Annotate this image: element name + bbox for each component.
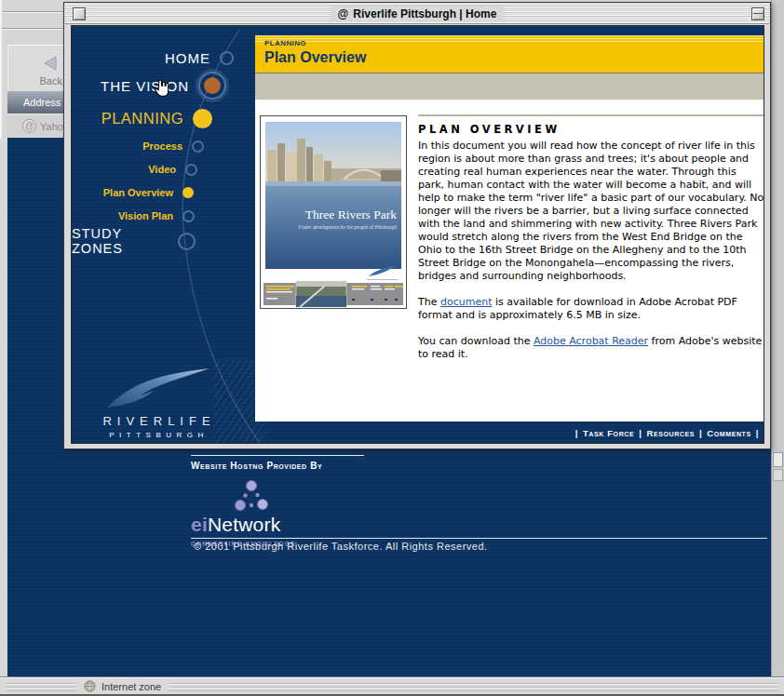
nav-circle-icon bbox=[220, 51, 234, 65]
nav-label: HOME bbox=[165, 50, 210, 66]
acrobat-reader-link[interactable]: Adobe Acrobat Reader bbox=[534, 335, 648, 347]
three-rivers-park-poster-image[interactable]: Three Rivers Park Under development by t… bbox=[260, 115, 407, 309]
window-title-bar[interactable]: @ Riverlife Pittsburgh | Home bbox=[65, 4, 769, 24]
document-link[interactable]: document bbox=[440, 296, 493, 308]
article-heading: PLAN OVERVIEW bbox=[418, 123, 764, 136]
sidebar-item-process[interactable]: Process bbox=[72, 140, 204, 153]
sidebar-item-study-zones[interactable]: STUDY ZONES bbox=[72, 232, 196, 250]
nav-label: PLANNING bbox=[101, 110, 183, 127]
nav-circle-icon bbox=[178, 233, 196, 250]
header-sub-band bbox=[255, 74, 764, 100]
sidebar-item-vision-plan[interactable]: Vision Plan bbox=[72, 209, 195, 222]
nav-circle-icon bbox=[192, 141, 204, 153]
collapse-box[interactable] bbox=[751, 7, 764, 20]
riverlife-wordmark: RIVERLIFE bbox=[79, 414, 234, 428]
main-panel: PLANNING Plan Overview bbox=[255, 35, 764, 422]
poster-title: Three Rivers Park bbox=[305, 207, 397, 221]
reader-paragraph: You can download the Adobe Acrobat Reade… bbox=[418, 335, 764, 361]
footer-links: |Task Force|Resources|Comments| bbox=[255, 428, 764, 438]
scrollbar-segment[interactable] bbox=[773, 469, 783, 481]
nav-label: STUDY ZONES bbox=[72, 226, 169, 256]
toolbar-divider bbox=[2, 11, 64, 12]
nav-label: Video bbox=[148, 164, 176, 175]
content-area: Three Rivers Park Under development by t… bbox=[255, 100, 764, 422]
article: PLAN OVERVIEW In this document you will … bbox=[418, 114, 764, 374]
nav-label: THE VISION bbox=[101, 78, 189, 94]
page-icon: @ bbox=[338, 7, 349, 20]
back-button[interactable]: Back bbox=[7, 45, 66, 91]
nav-circle-icon bbox=[193, 109, 212, 128]
page-header-band: PLANNING Plan Overview bbox=[255, 35, 764, 74]
status-zone-label: Internet zone bbox=[101, 681, 161, 692]
scrollbar-thumb[interactable] bbox=[773, 452, 783, 467]
back-button-label: Back bbox=[8, 75, 62, 87]
back-arrow-icon bbox=[42, 55, 59, 75]
screen: Back Address : @ Yahoo Website Hostng Pr… bbox=[0, 0, 784, 696]
divider bbox=[191, 538, 767, 539]
nav-circle-icon bbox=[182, 187, 194, 198]
orange-dot bbox=[204, 77, 221, 94]
nav-circle-icon bbox=[182, 210, 195, 222]
riverlife-window: @ Riverlife Pittsburgh | Home HOME THE V… bbox=[63, 2, 771, 449]
background-browser-toolbar: Back Address : @ Yahoo bbox=[0, 0, 64, 139]
window-title: @ Riverlife Pittsburgh | Home bbox=[330, 6, 506, 22]
poster-subtitle: Under development by the people of Pitts… bbox=[298, 224, 397, 230]
nav-circle-icon bbox=[198, 72, 226, 100]
task-force-link[interactable]: Task Force bbox=[583, 428, 634, 438]
page-content: HOME THE VISION PLANNING Process Video P… bbox=[71, 25, 764, 444]
article-body: In this document you will read how the c… bbox=[418, 140, 764, 283]
nav-label: Plan Overview bbox=[103, 187, 173, 198]
toolbar-divider bbox=[2, 28, 64, 29]
nav-label: Vision Plan bbox=[118, 210, 173, 221]
resources-link[interactable]: Resources bbox=[646, 428, 695, 438]
divider bbox=[191, 455, 364, 456]
sidebar-item-home[interactable]: HOME bbox=[72, 47, 234, 69]
status-bar: Internet zone bbox=[0, 676, 784, 696]
address-bar-label: Address : bbox=[7, 91, 66, 114]
breadcrumb: PLANNING bbox=[264, 39, 306, 47]
copyright-text: © 2001 Pittsburgh Riverlife Taskforce. A… bbox=[194, 541, 488, 552]
hosting-label: Website Hostng Provided By bbox=[191, 461, 322, 471]
favorites-bar-item[interactable]: @ Yahoo bbox=[7, 114, 66, 139]
security-zone: Internet zone bbox=[76, 679, 169, 694]
comments-link[interactable]: Comments bbox=[707, 428, 750, 438]
riverlife-logo[interactable]: RIVERLIFE PITTSBURGH bbox=[79, 367, 234, 439]
riverlife-city: PITTSBURGH bbox=[79, 431, 234, 439]
nav-circle-icon bbox=[185, 164, 197, 176]
einetwork-wordmark: eiNetwork bbox=[191, 514, 340, 536]
favorite-label: Yahoo bbox=[40, 121, 66, 132]
nav-label: Process bbox=[142, 141, 182, 152]
article-divider bbox=[418, 114, 764, 116]
vertical-scrollbar[interactable] bbox=[771, 0, 784, 676]
einetwork-triangle-icon bbox=[232, 480, 340, 515]
sidebar-item-the-vision[interactable]: THE VISION bbox=[72, 72, 226, 100]
sidebar-item-video[interactable]: Video bbox=[72, 163, 197, 176]
hand-cursor bbox=[154, 79, 171, 98]
riverlife-swoosh-icon bbox=[100, 367, 213, 409]
globe-icon bbox=[84, 680, 96, 694]
close-box[interactable] bbox=[73, 7, 86, 20]
sidebar-item-planning[interactable]: PLANNING bbox=[72, 108, 212, 128]
at-icon: @ bbox=[22, 119, 36, 133]
download-paragraph: The document is available for download i… bbox=[418, 296, 764, 322]
sidebar-item-plan-overview[interactable]: Plan Overview bbox=[72, 186, 194, 198]
page-title: Plan Overview bbox=[264, 49, 366, 66]
